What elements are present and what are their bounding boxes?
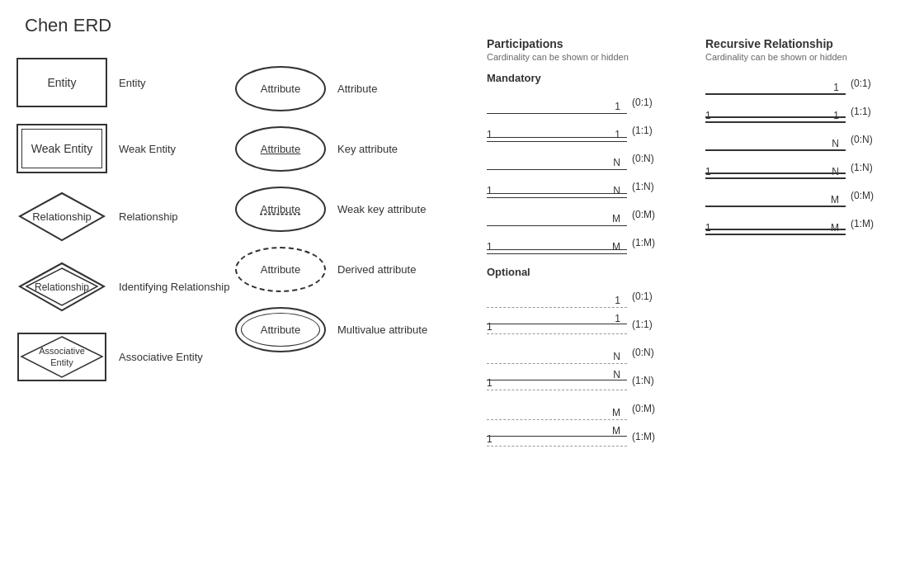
optional-1-m-dashed-bottom bbox=[487, 446, 627, 447]
optional-0-m-right: M bbox=[612, 407, 620, 418]
multivalue-attribute-label: Multivalue attribute bbox=[337, 324, 445, 336]
rec-1-m-row: 1 M (1:M) bbox=[705, 212, 888, 235]
optional-0-1-dashed-line bbox=[487, 307, 627, 308]
mandatory-0-1-line: 1 bbox=[487, 91, 627, 114]
mandatory-1-m-row: 1 M (1:M) bbox=[487, 231, 669, 254]
rec-1-1-line: 1 1 bbox=[705, 100, 846, 123]
mandatory-0-m-label: (0:M) bbox=[632, 209, 669, 220]
optional-0-1-label: (0:1) bbox=[632, 291, 669, 302]
rec-1-n-double-line bbox=[705, 177, 846, 179]
rec-0-n-line: N bbox=[705, 128, 846, 151]
optional-1-m-row: 1 M (1:M) bbox=[487, 425, 669, 448]
optional-1-1-dashed-bottom bbox=[487, 333, 627, 334]
rec-0-m-right: M bbox=[831, 194, 839, 206]
identifying-relationship-shape: Relationship bbox=[16, 260, 107, 314]
optional-0-1-line: 1 bbox=[487, 285, 627, 308]
mandatory-0-n-line: N bbox=[487, 147, 627, 170]
relationship-label: Relationship bbox=[119, 210, 218, 223]
mandatory-0-m-solid-line bbox=[487, 225, 627, 226]
participations-subtitle: Cardinality can be shown or hidden bbox=[487, 52, 669, 62]
mandatory-0-m-line: M bbox=[487, 203, 627, 226]
relationship-row: Relationship Relationship bbox=[16, 190, 229, 243]
optional-1-n-dashed-bottom bbox=[487, 390, 627, 390]
recursive-section: Recursive Relationship Cardinality can b… bbox=[705, 37, 888, 240]
optional-0-m-line: M bbox=[487, 397, 627, 420]
mandatory-0-1-right: 1 bbox=[615, 101, 620, 112]
derived-attribute-row: Attribute Derived attribute bbox=[235, 247, 445, 292]
attribute-shape: Attribute bbox=[235, 66, 326, 111]
mandatory-0-n-solid-line bbox=[487, 169, 627, 170]
optional-1-1-row: 1 1 (1:1) bbox=[487, 313, 669, 336]
mandatory-1-1-right: 1 bbox=[615, 129, 620, 140]
key-attribute-shape: Attribute bbox=[235, 126, 326, 172]
multivalue-attribute-row: Attribute Multivalue attribute bbox=[235, 307, 445, 352]
multivalue-shape-label: Attribute bbox=[261, 324, 300, 336]
mandatory-1-n-left: 1 bbox=[487, 185, 493, 196]
rec-1-m-double-line bbox=[705, 234, 846, 235]
weak-entity-shape: Weak Entity bbox=[16, 124, 107, 173]
mandatory-1-m-line: 1 M bbox=[487, 231, 627, 254]
mandatory-1-1-label: (1:1) bbox=[632, 125, 669, 136]
rec-0-n-label: (0:N) bbox=[851, 134, 888, 145]
mandatory-1-1-line: 1 1 bbox=[487, 119, 627, 142]
page-title: Chen ERD bbox=[25, 15, 111, 36]
derived-attribute-shape: Attribute bbox=[235, 247, 326, 292]
mandatory-0-m-right: M bbox=[612, 213, 620, 224]
rec-0-n-row: N (0:N) bbox=[705, 128, 888, 151]
rec-1-n-row: 1 N (1:N) bbox=[705, 156, 888, 179]
mandatory-0-1-label: (0:1) bbox=[632, 97, 669, 108]
identifying-relationship-row: Relationship Identifying Relationship bbox=[16, 260, 229, 314]
derived-attribute-label: Derived attribute bbox=[337, 263, 445, 276]
rec-0-m-line: M bbox=[705, 184, 846, 207]
rec-0-m-solid-line bbox=[705, 206, 846, 207]
rec-1-m-left: 1 bbox=[705, 222, 711, 234]
participations-section: Participations Cardinality can be shown … bbox=[487, 37, 669, 453]
identifying-relationship-label: Identifying Relationship bbox=[119, 281, 229, 293]
rec-1-1-left: 1 bbox=[705, 110, 711, 121]
rec-1-1-double-line bbox=[705, 121, 846, 123]
optional-1-m-line: 1 M bbox=[487, 422, 627, 451]
rec-1-m-line: 1 M bbox=[705, 212, 846, 235]
participations-title: Participations bbox=[487, 37, 669, 50]
attribute-row: Attribute Attribute bbox=[235, 66, 445, 111]
weak-key-shape-label: Attribute bbox=[261, 203, 300, 215]
weak-key-attribute-shape: Attribute bbox=[235, 187, 326, 232]
relationship-shape: Relationship bbox=[16, 190, 107, 243]
mandatory-1-m-double-line bbox=[487, 253, 627, 254]
optional-0-n-row: N (0:N) bbox=[487, 341, 669, 364]
optional-1-1-line: 1 1 bbox=[487, 310, 627, 339]
optional-1-1-solid-top bbox=[487, 324, 627, 324]
rec-1-n-right: N bbox=[832, 166, 839, 177]
weak-entity-label: Weak Entity bbox=[119, 143, 218, 155]
optional-1-n-label: (1:N) bbox=[632, 375, 669, 386]
weak-key-attribute-row: Attribute Weak key attribute bbox=[235, 187, 445, 232]
key-attribute-row: Attribute Key attribute bbox=[235, 126, 445, 172]
rec-0-1-solid-line bbox=[705, 93, 846, 95]
optional-0-m-label: (0:M) bbox=[632, 403, 669, 414]
optional-0-n-right: N bbox=[613, 351, 620, 362]
rec-1-n-left: 1 bbox=[705, 166, 711, 177]
optional-1-m-solid-top bbox=[487, 436, 627, 437]
multivalue-attribute-shape: Attribute bbox=[235, 307, 326, 352]
optional-0-n-label: (0:N) bbox=[632, 347, 669, 358]
rec-1-n-label: (1:N) bbox=[851, 162, 888, 173]
optional-0-m-row: M (0:M) bbox=[487, 397, 669, 420]
rec-0-m-label: (0:M) bbox=[851, 190, 888, 201]
entity-shape-label: Entity bbox=[47, 76, 76, 89]
mandatory-1-n-line: 1 N bbox=[487, 175, 627, 198]
rec-0-m-row: M (0:M) bbox=[705, 184, 888, 207]
rec-0-1-line: 1 bbox=[705, 72, 846, 95]
optional-title: Optional bbox=[487, 266, 669, 278]
rec-1-m-right: M bbox=[831, 222, 839, 234]
mandatory-0-n-right: N bbox=[613, 157, 620, 168]
optional-0-1-right: 1 bbox=[615, 295, 620, 306]
recursive-subtitle: Cardinality can be shown or hidden bbox=[705, 52, 888, 62]
attributes-column: Attribute Attribute Attribute Key attrib… bbox=[235, 58, 445, 367]
optional-1-n-solid-top bbox=[487, 380, 627, 380]
optional-1-m-right: M bbox=[612, 425, 620, 437]
mandatory-1-1-double-line bbox=[487, 141, 627, 142]
attribute-label: Attribute bbox=[337, 83, 445, 95]
optional-0-n-dashed-line bbox=[487, 363, 627, 364]
optional-0-n-line: N bbox=[487, 341, 627, 364]
rec-1-1-row: 1 1 (1:1) bbox=[705, 100, 888, 123]
